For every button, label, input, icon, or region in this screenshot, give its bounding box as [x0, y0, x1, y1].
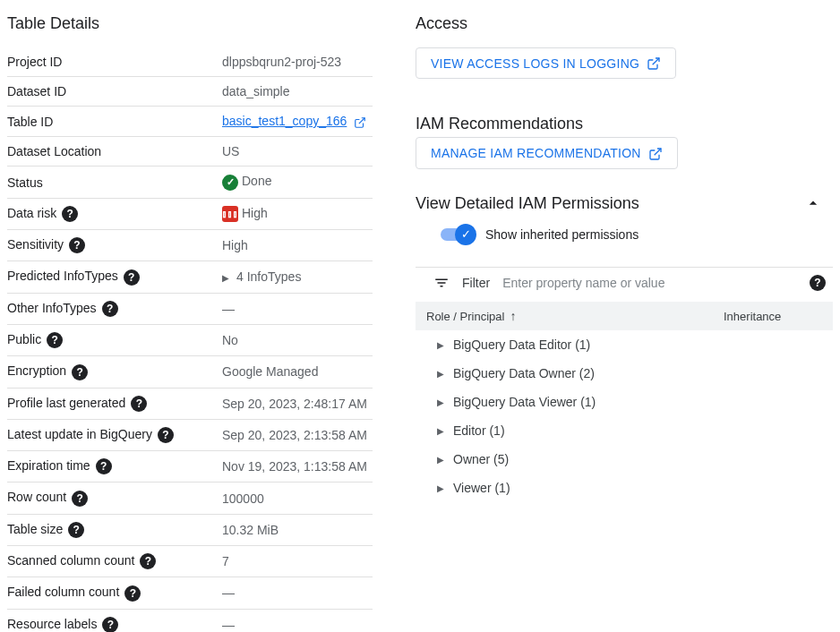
iam-detail-header[interactable]: View Detailed IAM Permissions	[416, 194, 833, 213]
svg-line-0	[359, 118, 364, 124]
col-role-label: Role / Principal	[426, 310, 504, 323]
filter-row: Filter ?	[416, 267, 833, 303]
value-project-id: dlppsbqrun2-proj-523	[222, 55, 341, 69]
help-icon[interactable]: ?	[102, 617, 118, 632]
row-dataset-id: Dataset ID data_simple	[7, 77, 373, 107]
iam-table-header: Role / Principal ↑ Inheritance	[416, 302, 833, 330]
iam-row-viewer[interactable]: ▶Viewer (1)	[416, 474, 833, 502]
filter-input[interactable]	[502, 276, 792, 290]
row-profile-last-generated: Profile last generated? Sep 20, 2023, 2:…	[7, 388, 373, 419]
success-icon: ✓	[222, 175, 238, 191]
row-scanned-column-count: Scanned column count? 7	[7, 546, 373, 577]
view-access-logs-button[interactable]: View access logs in Logging	[416, 47, 676, 79]
link-table-id[interactable]: basic_test1_copy_166	[222, 114, 347, 128]
value-scanned-column-count: 7	[222, 554, 229, 568]
filter-icon[interactable]	[433, 275, 450, 292]
row-status: Status ✓Done	[7, 167, 373, 198]
view-access-logs-label: View access logs in Logging	[431, 56, 639, 71]
value-row-count: 100000	[222, 491, 264, 506]
value-dataset-id: data_simple	[222, 84, 290, 98]
help-icon[interactable]: ?	[158, 427, 174, 443]
expand-arrow-icon: ▶	[437, 455, 444, 465]
label-sensitivity: Sensitivity	[7, 237, 64, 252]
row-data-risk: Data risk? ⫾⫾⫾High	[7, 198, 373, 229]
iam-row-label: BigQuery Data Owner (2)	[453, 366, 595, 380]
label-data-risk: Data risk	[7, 206, 56, 220]
iam-row-bq-data-viewer[interactable]: ▶BigQuery Data Viewer (1)	[416, 388, 833, 416]
col-inheritance[interactable]: Inheritance	[724, 310, 822, 323]
table-details-heading: Table Details	[7, 14, 373, 33]
help-icon[interactable]: ?	[72, 364, 88, 380]
sort-ascending-icon: ↑	[510, 309, 516, 323]
col-role-principal[interactable]: Role / Principal ↑	[426, 309, 724, 323]
help-icon[interactable]: ?	[96, 458, 112, 474]
iam-row-bq-data-editor[interactable]: ▶BigQuery Data Editor (1)	[416, 330, 833, 359]
help-icon[interactable]: ?	[140, 553, 156, 569]
help-icon[interactable]: ?	[124, 269, 140, 286]
row-latest-update: Latest update in BigQuery? Sep 20, 2023,…	[7, 419, 373, 450]
label-status: Status	[7, 175, 43, 190]
expand-arrow-icon: ▶	[437, 426, 444, 436]
svg-line-3	[653, 58, 659, 64]
label-other-infotypes: Other InfoTypes	[7, 301, 97, 315]
help-icon[interactable]: ?	[62, 206, 78, 222]
help-icon[interactable]: ?	[68, 522, 84, 538]
value-other-infotypes: —	[222, 302, 235, 316]
risk-high-icon: ⫾⫾⫾	[222, 206, 238, 222]
help-icon[interactable]: ?	[47, 332, 63, 348]
external-link-icon	[647, 56, 661, 71]
label-row-count: Row count	[7, 490, 66, 504]
help-icon[interactable]: ?	[131, 396, 147, 412]
value-predicted-infotypes: 4 InfoTypes	[236, 269, 301, 284]
label-encryption: Encryption	[7, 363, 66, 378]
expand-arrow-icon: ▶	[437, 340, 444, 350]
chevron-up-icon	[804, 194, 822, 212]
iam-row-label: Owner (5)	[453, 452, 509, 466]
row-failed-column-count: Failed column count? —	[7, 577, 373, 609]
help-icon[interactable]: ?	[102, 301, 118, 317]
value-public: No	[222, 333, 238, 347]
svg-line-4	[654, 149, 660, 155]
row-table-size: Table size? 10.32 MiB	[7, 514, 373, 545]
row-encryption: Encryption? Google Managed	[7, 356, 373, 388]
value-profile-last-generated: Sep 20, 2023, 2:48:17 AM	[222, 397, 367, 411]
value-failed-column-count: —	[222, 585, 235, 600]
filter-label: Filter	[462, 276, 490, 290]
value-dataset-location: US	[222, 144, 239, 158]
expand-arrow-icon[interactable]: ▶	[222, 273, 229, 283]
expand-arrow-icon: ▶	[437, 483, 444, 493]
iam-row-bq-data-owner[interactable]: ▶BigQuery Data Owner (2)	[416, 359, 833, 388]
iam-row-label: BigQuery Data Editor (1)	[453, 337, 590, 352]
value-sensitivity: High	[222, 238, 248, 252]
iam-row-label: BigQuery Data Viewer (1)	[453, 395, 596, 409]
toggle-label: Show inherited permissions	[485, 227, 639, 242]
row-table-id: Table ID basic_test1_copy_166	[7, 107, 373, 137]
row-public: Public? No	[7, 324, 373, 355]
iam-row-editor[interactable]: ▶Editor (1)	[416, 416, 833, 445]
row-expiration-time: Expiration time? Nov 19, 2023, 1:13:58 A…	[7, 451, 373, 483]
row-resource-labels: Resource labels? —	[7, 609, 373, 632]
label-expiration-time: Expiration time	[7, 458, 90, 473]
table-details: Project ID dlppsbqrun2-proj-523 Dataset …	[7, 47, 373, 632]
label-latest-update: Latest update in BigQuery	[7, 427, 152, 441]
row-predicted-infotypes: Predicted InfoTypes? ▶4 InfoTypes	[7, 261, 373, 293]
value-latest-update: Sep 20, 2023, 2:13:58 AM	[222, 428, 367, 442]
label-failed-column-count: Failed column count	[7, 585, 119, 599]
iam-row-label: Viewer (1)	[453, 481, 510, 495]
show-inherited-toggle[interactable]: ✓	[441, 228, 473, 241]
expand-arrow-icon: ▶	[437, 397, 444, 407]
help-icon[interactable]: ?	[124, 585, 141, 602]
value-status: Done	[242, 174, 271, 188]
label-project-id: Project ID	[7, 55, 62, 69]
row-row-count: Row count? 100000	[7, 483, 373, 514]
help-icon[interactable]: ?	[72, 491, 88, 507]
manage-iam-rec-button[interactable]: Manage IAM Recommendation	[416, 137, 678, 168]
value-data-risk: High	[242, 206, 268, 220]
help-icon[interactable]: ?	[69, 237, 85, 253]
iam-row-owner[interactable]: ▶Owner (5)	[416, 445, 833, 474]
row-dataset-location: Dataset Location US	[7, 137, 373, 167]
help-icon[interactable]: ?	[810, 275, 826, 291]
expand-arrow-icon: ▶	[437, 369, 444, 379]
label-profile-last-generated: Profile last generated	[7, 396, 125, 410]
value-table-size: 10.32 MiB	[222, 523, 279, 537]
